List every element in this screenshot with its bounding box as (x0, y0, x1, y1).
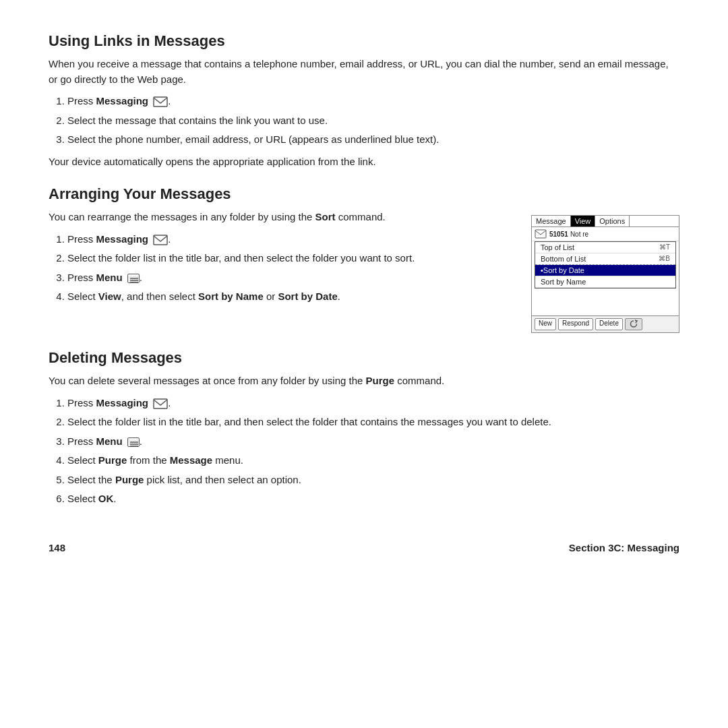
using-links-title: Using Links in Messages (49, 32, 679, 50)
deleting-step-5: Select the Purge pick list, and then sel… (67, 473, 679, 488)
arranging-text-col: You can rearrange the messages in any fo… (49, 210, 510, 311)
page-number: 148 (49, 542, 65, 553)
a-step-4-period: . (338, 291, 340, 302)
device-number: 51051 (549, 231, 568, 238)
deleting-step-1: Press Messaging . (67, 396, 679, 411)
device-btn-new: New (535, 318, 556, 330)
svg-rect-6 (535, 230, 546, 238)
step-3: Select the phone number, email address, … (67, 132, 679, 148)
arranging-step-4: Select View, and then select Sort by Nam… (67, 289, 510, 305)
deleting-step-3: Press Menu . (67, 434, 679, 450)
arranging-step-2: Select the folder list in the title bar,… (67, 251, 510, 266)
svg-rect-0 (154, 97, 167, 107)
deleting-steps: Press Messaging . Select the folder list… (67, 396, 679, 507)
step-1: Press Messaging . (67, 94, 679, 109)
menu-view: View (571, 216, 596, 226)
menu-svg-3 (128, 276, 140, 283)
d-step-4-message: Message (170, 454, 212, 466)
using-links-section: Using Links in Messages When you receive… (49, 32, 679, 169)
d-step-5-before: Select the (67, 474, 115, 485)
arranging-sort-bold: Sort (315, 211, 336, 222)
arranging-intro-after: command. (338, 211, 386, 222)
a-step-4-mid: , and then select (121, 291, 198, 302)
arranging-section: Arranging Your Messages You can rearrang… (49, 185, 679, 333)
section-label: Section 3C: Messaging (569, 542, 679, 553)
using-links-intro: When you receive a message that contains… (49, 57, 679, 87)
a-step-4-before: Select (67, 291, 98, 302)
device-row-text: 51051 Not re (549, 230, 676, 238)
d-step-3-period: . (140, 435, 142, 447)
device-envelope-icon (535, 229, 547, 239)
device-spacer (532, 289, 679, 315)
arranging-title: Arranging Your Messages (49, 185, 679, 203)
d-step-6-ok: OK (98, 493, 114, 504)
a-step-4-or: or (264, 291, 278, 302)
deleting-section: Deleting Messages You can delete several… (49, 349, 679, 507)
d-step-3-bold: Menu (96, 435, 123, 447)
arranging-intro: You can rearrange the messages in any fo… (49, 210, 510, 225)
d-step-6-period: . (113, 493, 116, 504)
d-step-4-mid: from the (127, 454, 169, 466)
deleting-purge-bold: Purge (366, 375, 395, 386)
arranging-step-3: Press Menu . (67, 270, 510, 286)
messaging-icon-3 (153, 398, 168, 409)
arranging-step-1: Press Messaging . (67, 232, 510, 247)
device-btn-icon (625, 318, 642, 330)
shortcut-bottom: ⌘B (659, 255, 670, 262)
dropdown-top-list: Top of List ⌘T (535, 242, 675, 253)
d-step-3-before: Press (67, 435, 96, 447)
using-links-steps: Press Messaging . Select the message tha… (67, 94, 679, 148)
device-dropdown: Top of List ⌘T Bottom of List ⌘B •Sort b… (535, 241, 676, 289)
device-icon-svg (629, 320, 638, 328)
a-step-3-before: Press (67, 272, 96, 283)
svg-rect-1 (154, 235, 167, 245)
a-step-1-bold: Messaging (96, 233, 149, 245)
a-step-4-sortname: Sort by Name (198, 291, 264, 302)
a-step-1-period: . (168, 233, 171, 245)
menu-svg-d3 (128, 439, 140, 447)
deleting-title: Deleting Messages (49, 349, 679, 367)
d-step-1-bold: Messaging (96, 397, 149, 408)
a-step-3-bold: Menu (96, 272, 123, 283)
step-1-bold: Messaging (96, 95, 149, 107)
device-body: 51051 Not re Top of List ⌘T Bottom of Li… (532, 227, 679, 289)
deleting-intro-before: You can delete several messages at once … (49, 375, 366, 386)
d-step-1-period: . (168, 397, 171, 408)
deleting-step-2: Select the folder list in the title bar,… (67, 415, 679, 430)
deleting-intro: You can delete several messages at once … (49, 373, 679, 389)
arranging-content: You can rearrange the messages in any fo… (49, 210, 679, 333)
dropdown-bottom-list: Bottom of List ⌘B (535, 253, 675, 265)
d-step-6-before: Select (67, 493, 98, 504)
using-links-note: Your device automatically opens the appr… (49, 154, 679, 170)
menu-icon-3 (127, 274, 140, 283)
d-step-1-before: Press (67, 397, 96, 408)
shortcut-top: ⌘T (659, 243, 670, 251)
deleting-step-4: Select Purge from the Message menu. (67, 453, 679, 468)
step-2: Select the message that contains the lin… (67, 113, 679, 129)
menu-message: Message (532, 216, 571, 226)
device-row-1: 51051 Not re (532, 227, 679, 241)
menu-icon-d3 (127, 437, 140, 447)
arranging-intro-before: You can rearrange the messages in any fo… (49, 211, 312, 222)
device-btn-respond: Respond (558, 318, 593, 330)
step-1-period: . (168, 95, 171, 107)
device-btn-delete: Delete (595, 318, 623, 330)
d-step-5-after: pick list, and then select an option. (144, 474, 301, 485)
device-menubar: Message View Options (532, 216, 679, 227)
step-1-before: Press (67, 95, 96, 107)
menu-options: Options (595, 216, 630, 226)
a-step-1-before: Press (67, 233, 96, 245)
a-step-4-view: View (98, 291, 121, 302)
device-screenshot: Message View Options 51051 Not re (531, 215, 679, 333)
a-step-4-sortdate: Sort by Date (278, 291, 337, 302)
device-preview: Not re (570, 231, 588, 238)
d-step-4-after: menu. (212, 454, 243, 466)
device-buttons: New Respond Delete (532, 315, 679, 332)
dropdown-sort-name: Sort by Name (535, 276, 675, 288)
d-step-5-purge: Purge (115, 474, 144, 485)
footer: 148 Section 3C: Messaging (49, 539, 679, 553)
messaging-icon-1 (153, 96, 168, 107)
dropdown-sort-date: •Sort by Date (535, 265, 675, 276)
d-step-4-purge: Purge (98, 454, 127, 466)
a-step-3-period: . (140, 272, 142, 283)
